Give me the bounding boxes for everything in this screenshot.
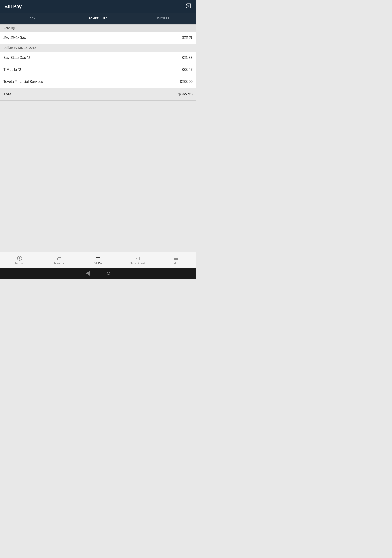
tab-bar: PAY SCHEDULED PAYEES <box>0 13 196 24</box>
nav-label-bill-pay: Bill Pay <box>94 262 102 264</box>
main-content: Pending Bay State Gas $23.61 Deliver by … <box>0 24 196 101</box>
bottom-nav: $ Accounts Transfers Bill Pay Check Depo… <box>0 252 196 268</box>
list-item[interactable]: Bay State Gas *2 $21.85 <box>0 52 196 64</box>
svg-text:$: $ <box>19 257 20 260</box>
payee-amount: $23.61 <box>182 36 193 40</box>
payee-amount: $85.47 <box>182 68 193 72</box>
android-nav-bar <box>0 268 196 279</box>
page-title: Bill Pay <box>4 4 22 9</box>
list-item[interactable]: T-Mobile *2 $85.47 <box>0 64 196 76</box>
nav-item-transfers[interactable]: Transfers <box>39 254 78 266</box>
more-icon <box>174 256 179 261</box>
home-button[interactable] <box>107 272 110 275</box>
svg-rect-2 <box>135 257 139 260</box>
nav-item-more[interactable]: More <box>157 254 196 266</box>
tab-scheduled[interactable]: SCHEDULED <box>65 13 130 24</box>
accounts-icon: $ <box>17 256 22 261</box>
payee-amount: $235.00 <box>180 80 193 84</box>
section-header-deliver: Deliver by Nov 14, 2012 <box>0 44 196 52</box>
total-row: Total $365.93 <box>0 88 196 101</box>
payee-name: Bay State Gas *2 <box>3 56 30 60</box>
back-button[interactable] <box>86 271 90 276</box>
nav-label-check-deposit: Check Deposit <box>129 262 145 264</box>
nav-label-more: More <box>174 262 179 264</box>
app-header: Bill Pay <box>0 0 196 13</box>
section-header-pending: Pending <box>0 24 196 32</box>
total-amount: $365.93 <box>178 92 193 96</box>
logout-icon[interactable] <box>186 3 192 10</box>
nav-item-bill-pay[interactable]: Bill Pay <box>78 254 118 266</box>
payee-name: T-Mobile *2 <box>3 68 21 72</box>
check-deposit-icon <box>135 256 140 261</box>
bill-pay-icon <box>95 256 101 261</box>
nav-item-accounts[interactable]: $ Accounts <box>0 254 39 266</box>
nav-label-accounts: Accounts <box>15 262 24 264</box>
payee-amount: $21.85 <box>182 56 193 60</box>
payee-name: Bay State Gas <box>3 36 26 40</box>
nav-item-check-deposit[interactable]: Check Deposit <box>118 254 157 266</box>
tab-payees[interactable]: PAYEES <box>131 13 196 24</box>
list-item[interactable]: Toyota Financial Services $235.00 <box>0 76 196 88</box>
nav-label-transfers: Transfers <box>54 262 64 264</box>
transfers-icon <box>56 256 61 261</box>
tab-pay[interactable]: PAY <box>0 13 65 24</box>
payee-name: Toyota Financial Services <box>3 80 43 84</box>
list-item[interactable]: Bay State Gas $23.61 <box>0 32 196 44</box>
total-label: Total <box>3 92 13 96</box>
